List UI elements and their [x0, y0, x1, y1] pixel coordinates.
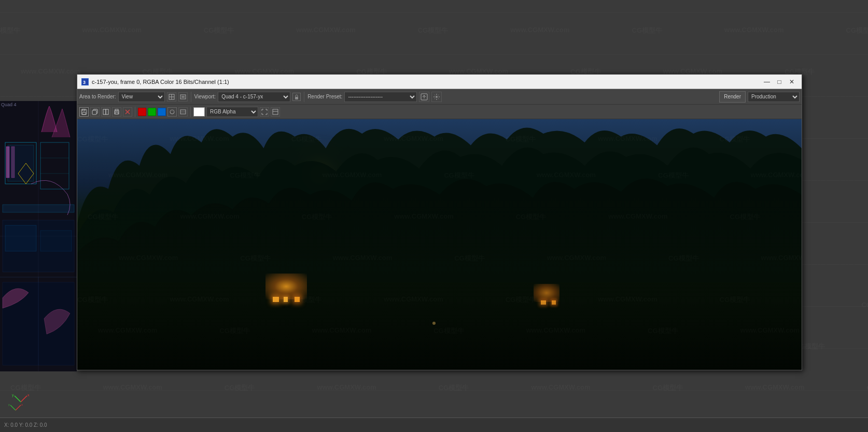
area-to-render-select[interactable]: View Selected Region Crop Blowup [118, 92, 165, 102]
toolbar-row-2: RGB Alpha Red Green Blue Alpha [77, 105, 802, 119]
minimize-button[interactable]: — [761, 77, 773, 87]
svg-text:y: y [12, 393, 14, 397]
coord-display: X: 0.0 Y: 0.0 Z: 0.0 [4, 422, 47, 428]
svg-rect-35 [82, 109, 85, 111]
save-rendered-btn[interactable] [79, 107, 89, 117]
svg-rect-37 [92, 110, 96, 114]
separator-4 [190, 107, 191, 117]
svg-rect-12 [5, 225, 36, 251]
svg-rect-7 [3, 205, 74, 212]
title-bar-controls: — □ ✕ [761, 77, 797, 87]
render-button[interactable]: Render [719, 91, 746, 103]
svg-rect-34 [82, 112, 86, 114]
svg-rect-48 [273, 109, 278, 114]
viewport-select[interactable]: Quad 4 - c-157-yx [218, 92, 290, 102]
area-icon-btn-1[interactable] [167, 92, 176, 102]
svg-line-50 [21, 396, 27, 402]
window-title: c-157-you, frame 0, RGBA Color 16 Bits/C… [92, 79, 229, 85]
toolbar-area: Area to Render: View Selected Region Cro… [77, 89, 802, 119]
render-canvas: CG模型牛www.CGMXW.comCG模型牛www.CGMXW.comCG模型… [77, 119, 802, 370]
viewport-label-text: Quad 4 [1, 102, 17, 107]
render-image: CG模型牛www.CGMXW.comCG模型牛www.CGMXW.comCG模型… [77, 119, 802, 370]
left-viewport: Quad 4 [0, 101, 77, 371]
toolbar-row-1: Area to Render: View Selected Region Cro… [77, 89, 802, 105]
close-button[interactable]: ✕ [786, 77, 797, 87]
separator-3 [135, 107, 135, 117]
blue-channel-btn[interactable] [158, 108, 166, 116]
display-icon-btn[interactable] [178, 107, 188, 117]
app-icon: 3 [81, 78, 89, 85]
svg-rect-5 [6, 147, 9, 178]
svg-rect-8 [40, 142, 69, 189]
lock-icon[interactable] [292, 93, 301, 101]
svg-text:3: 3 [83, 80, 86, 85]
preset-load-btn[interactable] [419, 92, 429, 102]
area-icon-btn-2[interactable] [178, 92, 188, 102]
svg-rect-13 [40, 231, 72, 251]
svg-rect-38 [103, 109, 106, 114]
toggle-btn[interactable] [271, 107, 280, 117]
preset-gear-btn[interactable] [431, 92, 442, 102]
title-bar: 3 c-157-you, frame 0, RGBA Color 16 Bits… [77, 75, 802, 89]
svg-text:x: x [27, 393, 30, 397]
production-select[interactable]: Production Draft High Quality [748, 92, 800, 102]
svg-rect-41 [115, 109, 118, 111]
moon [309, 164, 330, 185]
channel-select[interactable]: RGB Alpha Red Green Blue Alpha [206, 107, 258, 117]
svg-rect-29 [295, 97, 298, 99]
clone-btn[interactable] [101, 107, 110, 117]
bottom-bar: X: 0.0 Y: 0.0 Z: 0.0 [0, 417, 868, 432]
copy-btn[interactable] [90, 107, 100, 117]
separator-1 [191, 92, 191, 102]
restore-button[interactable]: □ [774, 77, 785, 87]
svg-text:y: y [8, 403, 10, 406]
render-window: 3 c-157-you, frame 0, RGBA Color 16 Bits… [77, 74, 802, 370]
render-preset-label: Render Preset: [307, 94, 342, 99]
sky-overlay [77, 119, 802, 220]
svg-rect-39 [106, 109, 108, 114]
render-preset-select[interactable]: -------------------- Production Draft [344, 92, 417, 102]
svg-rect-42 [115, 112, 118, 114]
viewport-label: Viewport: [194, 94, 216, 99]
svg-line-52 [15, 396, 21, 402]
clear-btn[interactable] [123, 107, 132, 117]
svg-point-32 [436, 96, 438, 98]
svg-rect-6 [11, 147, 15, 178]
svg-rect-26 [180, 95, 186, 99]
red-channel-btn[interactable] [138, 108, 146, 116]
mono-btn[interactable] [167, 107, 177, 117]
area-to-render-label: Area to Render: [79, 94, 116, 99]
print-btn[interactable] [112, 107, 121, 117]
green-channel-btn[interactable] [148, 108, 156, 116]
fit-btn[interactable] [260, 107, 269, 117]
forest-overlay [77, 194, 802, 370]
color-swatch[interactable] [193, 107, 205, 117]
separator-2 [304, 92, 304, 102]
axis-indicator: x y [11, 392, 30, 407]
